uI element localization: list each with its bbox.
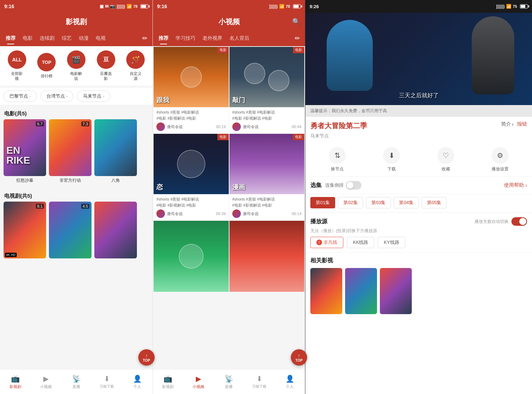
source-label: 播放源: [310, 218, 327, 225]
ep-01[interactable]: 第01集: [310, 197, 335, 208]
cat-custom[interactable]: 🪄 自定义源: [121, 50, 150, 81]
nav-movies-icon-1: 📺: [11, 374, 20, 383]
tv-card-2[interactable]: 4.5: [49, 202, 92, 260]
time-1: 9:16: [4, 4, 14, 9]
ep-02[interactable]: 第02集: [338, 197, 363, 208]
ep-04[interactable]: 第04集: [394, 197, 419, 208]
warn-icon: !: [316, 240, 322, 245]
settings-btn[interactable]: ⚙ 播放设置: [492, 147, 509, 172]
top-button-1[interactable]: ↑ TOP: [138, 349, 153, 366]
cat-top[interactable]: TOP 排行榜: [33, 53, 61, 78]
help-label: 使用帮助: [504, 182, 524, 188]
detail-title: 勇者大冒险第二季: [310, 121, 367, 131]
favorite-icon: ♡: [437, 147, 454, 164]
video-info-1: #shorts #悬疑 #电影解说#电影 #影视解说 #电影 唐司令说 00:1…: [154, 107, 229, 133]
video-author-1: 唐司令说: [167, 124, 183, 130]
nav-download-1[interactable]: ⬇ 万能下载: [92, 374, 122, 389]
video-hashtags-3: #shorts #悬疑 #电影解说#电影 #影视解说 #电影: [156, 196, 226, 208]
tab-series-1[interactable]: 连续剧: [36, 33, 58, 44]
node-taiwan[interactable]: 台湾节点 ›: [40, 91, 74, 102]
error-link[interactable]: 报错: [517, 121, 527, 127]
video-thumb-2: 电影 敲门: [229, 47, 305, 107]
related-thumb-2[interactable]: [345, 268, 377, 314]
video-card-3[interactable]: 电影 恋 #shorts #悬疑 #电影解说#电影 #影视解说 #电影 唐司令说…: [154, 134, 229, 220]
nav-live-2[interactable]: 📡 直播: [214, 374, 244, 389]
tv-card-1[interactable]: 8.1 4K HD: [4, 202, 46, 260]
nav-small-video-2[interactable]: ▶ 小视频: [183, 374, 214, 389]
tab-anime-1[interactable]: 动漫: [75, 33, 92, 44]
tab-recommend-2[interactable]: 推荐: [155, 33, 172, 44]
player-subtitle: 三天之后就好了: [305, 92, 532, 99]
tab-tv-1[interactable]: 电视: [92, 33, 109, 44]
video-duration-1: 00:19: [216, 125, 226, 129]
episode-toggle[interactable]: [346, 181, 361, 190]
intro-link[interactable]: 简介 ›: [501, 121, 514, 127]
nav-live-1[interactable]: 📡 直播: [61, 374, 92, 389]
nav-profile-1[interactable]: 👤 个人: [122, 374, 153, 389]
video-avatar-1: [156, 122, 165, 131]
video-hashtags-4: #shorts #悬疑 #电影解说#电影 #影视解说 #电影: [232, 196, 302, 208]
nav-movies-1[interactable]: 📺 影视剧: [0, 374, 31, 389]
cat-explain[interactable]: 🎬 电影解说: [62, 50, 90, 81]
nav-download-2[interactable]: ⬇ 万能下载: [244, 374, 275, 389]
player-char-2: [472, 16, 514, 94]
video-card-2[interactable]: 电影 敲门 #shorts #悬疑 #电影解说#电影 #影视解说 #电影 唐司令…: [229, 47, 305, 133]
nav-profile-label-2: 个人: [286, 384, 294, 389]
source-feifan[interactable]: ! 非凡线: [310, 237, 343, 248]
node-paris[interactable]: 巴黎节点 ›: [4, 91, 37, 102]
video-card-1[interactable]: 电影 跟我 #shorts #悬疑 #电影解说#电影 #影视解说 #电影 唐司令…: [154, 47, 229, 133]
custom-icon: 🪄: [126, 50, 145, 69]
tab-learning-2[interactable]: 学习技巧: [172, 33, 199, 44]
video-avatar-4: [232, 209, 241, 218]
tab-foreign-2[interactable]: 老外视界: [199, 33, 226, 44]
nav-movies-label-1: 影视剧: [10, 384, 21, 389]
download-btn[interactable]: ⬇ 下载: [383, 147, 400, 172]
favorite-btn[interactable]: ♡ 收藏: [437, 147, 454, 172]
related-thumb-3[interactable]: [380, 268, 412, 314]
edit-icon-2[interactable]: ✏: [292, 33, 303, 44]
video-player[interactable]: 三天之后就好了: [305, 13, 532, 105]
nav-movies-2[interactable]: 📺 影视剧: [153, 374, 183, 389]
video-card-4[interactable]: 电影 漫画 #shorts #悬疑 #电影解说#电影 #影视解说 #电影 唐司令…: [229, 134, 305, 220]
battery-1: [140, 4, 148, 9]
tab-recommend-1[interactable]: 推荐: [2, 33, 19, 44]
nav-dl-label-1: 万能下载: [100, 384, 114, 389]
video-thumb-4: 电影 漫画: [229, 134, 305, 194]
app-title-2: 小视频: [218, 17, 240, 27]
video-card-5[interactable]: [154, 221, 229, 292]
cat-all[interactable]: ALL 全部影视: [3, 50, 31, 81]
nav-svideo-icon-2: ▶: [196, 374, 201, 383]
video-author-2: 唐司令说: [243, 124, 259, 130]
tab-variety-1[interactable]: 综艺: [58, 33, 75, 44]
movie-card-1[interactable]: 6.7 ENRIKE 狂怒沙暴: [4, 119, 46, 184]
switch-node-label: 换节点: [331, 166, 344, 172]
source-kk[interactable]: KK线路: [347, 237, 374, 248]
ep-03[interactable]: 第03集: [366, 197, 391, 208]
movie-card-3[interactable]: 八角: [94, 119, 137, 184]
edit-icon-1[interactable]: ✏: [139, 33, 150, 44]
node-malaysia[interactable]: 马来节点 ›: [77, 91, 110, 102]
nav-profile-2[interactable]: 👤 个人: [275, 374, 305, 389]
source-ky[interactable]: KY线路: [378, 237, 405, 248]
tv-card-3[interactable]: [94, 202, 137, 260]
top-button-2[interactable]: ↑ TOP: [291, 349, 305, 366]
tab-movie-1[interactable]: 电影: [19, 33, 36, 44]
help-link[interactable]: 使用帮助 ›: [504, 182, 527, 188]
rating-2: 7.3: [81, 121, 89, 126]
cat-douban[interactable]: 豆 豆瓣选影: [92, 50, 120, 81]
battery-3: [520, 4, 528, 9]
movie-card-2[interactable]: 7.3 非官方行动: [49, 119, 92, 184]
nav-dl-label-2: 万能下载: [252, 384, 266, 389]
nav-small-video-1[interactable]: ▶ 小视频: [31, 374, 61, 389]
tab-celebrity-2[interactable]: 名人背后: [226, 33, 253, 44]
ep-05[interactable]: 第05集: [422, 197, 447, 208]
switch-node-btn[interactable]: ⇅ 换节点: [329, 147, 346, 172]
video-card-6[interactable]: [229, 221, 305, 292]
source-auto-toggle[interactable]: [511, 217, 527, 226]
nav-live-icon-2: 📡: [225, 374, 233, 383]
rating-1: 6.7: [36, 121, 44, 126]
search-icon-2[interactable]: 🔍: [292, 18, 300, 26]
panel-small-video: 9:16 )))))) 📶 78 小视频 🔍 推荐 学习技巧 老外视界 名人背后…: [153, 0, 305, 394]
related-thumb-1[interactable]: [310, 268, 342, 314]
tv-rating-1: 8.1: [36, 204, 44, 209]
